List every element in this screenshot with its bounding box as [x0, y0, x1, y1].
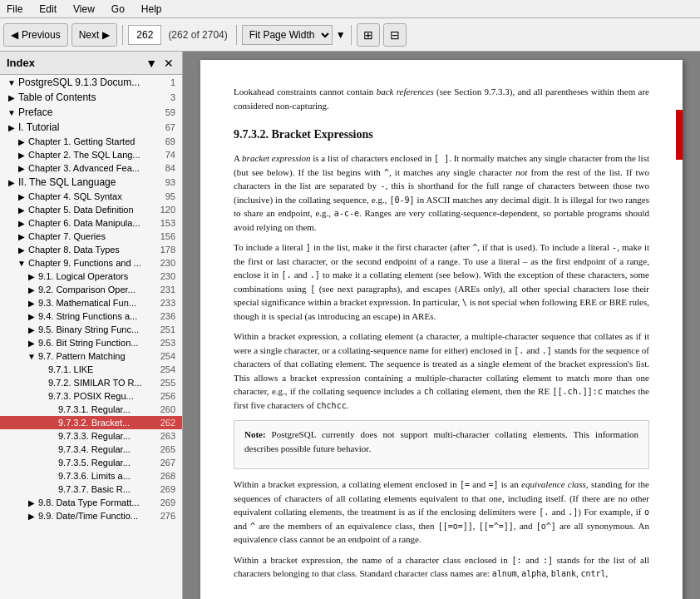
- sidebar-item[interactable]: ▶9.8. Data Type Formatt...269: [0, 496, 182, 509]
- sidebar-item-label: 9.7.2. SIMILAR TO R...: [48, 378, 155, 388]
- single-page-btn[interactable]: ⊞: [357, 23, 380, 47]
- page-info: (262 of 2704): [165, 29, 230, 41]
- sidebar-item-label: 9.3. Mathematical Fun...: [38, 298, 155, 308]
- expand-icon: ▼: [7, 108, 17, 117]
- sidebar-item-page: 254: [155, 364, 175, 374]
- sidebar-item-label: Chapter 1. Getting Started: [28, 136, 155, 146]
- sidebar-item[interactable]: ▶Chapter 5. Data Definition120: [0, 203, 182, 216]
- prev-label: Previous: [22, 29, 61, 41]
- expand-icon: ▶: [27, 285, 37, 295]
- menubar: File Edit View Go Help: [0, 0, 700, 18]
- expand-icon: ▶: [27, 312, 37, 321]
- toolbar: ◀ Previous Next ▶ (262 of 2704) Fit Page…: [0, 18, 700, 52]
- sidebar-item-page: 1: [155, 77, 175, 87]
- sidebar-item-page: 276: [155, 511, 175, 521]
- main-layout: Index ▼ ✕ ▼PostgreSQL 9.1.3 Docum...1▶Ta…: [0, 52, 700, 599]
- prev-button[interactable]: ◀ Previous: [3, 23, 68, 47]
- sidebar-item[interactable]: ▶I. Tutorial67: [0, 120, 182, 135]
- sidebar-item[interactable]: 9.7.3.1. Regular...260: [0, 403, 182, 416]
- prev-icon: ◀: [11, 29, 18, 41]
- expand-icon: ▶: [27, 299, 37, 308]
- sidebar-item[interactable]: ▶Chapter 2. The SQL Lang...74: [0, 148, 182, 161]
- sidebar-item[interactable]: ▶Table of Contents3: [0, 90, 182, 105]
- sidebar-item[interactable]: ▶9.9. Date/Time Functio...276: [0, 509, 182, 522]
- next-button[interactable]: Next ▶: [71, 23, 118, 47]
- expand-icon: ▼: [17, 259, 27, 268]
- sidebar-item[interactable]: ▶Chapter 3. Advanced Fea...84: [0, 161, 182, 175]
- sidebar-dropdown-btn[interactable]: ▼: [144, 57, 159, 70]
- sidebar-title: Index: [7, 57, 35, 69]
- sidebar-item[interactable]: ▶II. The SQL Language93: [0, 175, 182, 190]
- menu-edit[interactable]: Edit: [36, 2, 60, 17]
- sidebar-list[interactable]: ▼PostgreSQL 9.1.3 Docum...1▶Table of Con…: [0, 75, 182, 599]
- note-label: Note:: [244, 429, 266, 439]
- sidebar-item[interactable]: ▶Chapter 6. Data Manipula...153: [0, 216, 182, 230]
- sidebar-item[interactable]: ▶Chapter 4. SQL Syntax95: [0, 190, 182, 203]
- continuous-btn[interactable]: ⊟: [383, 23, 407, 47]
- sidebar-item-label: Chapter 3. Advanced Fea...: [28, 163, 155, 173]
- sidebar-item-page: 251: [155, 324, 175, 334]
- sidebar-item[interactable]: ▶Chapter 1. Getting Started69: [0, 135, 182, 148]
- sidebar-item-page: 263: [155, 431, 175, 441]
- sidebar-item-label: 9.9. Date/Time Functio...: [38, 511, 155, 521]
- sidebar-item-page: 120: [155, 205, 175, 215]
- sidebar-item-page: 269: [155, 498, 175, 507]
- sidebar-item[interactable]: ▶Chapter 8. Data Types178: [0, 243, 182, 256]
- sidebar-item-label: 9.4. String Functions a...: [38, 311, 155, 321]
- sidebar-item[interactable]: ▶9.1. Logical Operators230: [0, 270, 182, 283]
- sidebar-item[interactable]: 9.7.1. LIKE254: [0, 363, 182, 376]
- sidebar-item[interactable]: 9.7.3.5. Regular...267: [0, 456, 182, 469]
- sidebar-item[interactable]: 9.7.3.4. Regular...265: [0, 443, 182, 456]
- fit-select[interactable]: Fit Page Width: [242, 25, 333, 45]
- sidebar-item-label: Table of Contents: [18, 92, 155, 103]
- sidebar-item-page: 230: [155, 258, 175, 268]
- sidebar-item[interactable]: ▶9.5. Binary String Func...251: [0, 323, 182, 336]
- sidebar-item[interactable]: 9.7.2. SIMILAR TO R...255: [0, 376, 182, 389]
- fit-icon: ▼: [336, 29, 346, 41]
- sidebar-item[interactable]: 9.7.3.3. Regular...263: [0, 429, 182, 443]
- content-area[interactable]: Lookahead constraints cannot contain bac…: [183, 52, 700, 599]
- sidebar-item-page: 153: [155, 218, 175, 228]
- expand-icon: ▶: [17, 164, 27, 173]
- page-content: Lookahead constraints cannot contain bac…: [234, 85, 649, 581]
- sidebar-item[interactable]: ▶Chapter 7. Queries156: [0, 230, 182, 243]
- sidebar-item[interactable]: ▶9.2. Comparison Oper...231: [0, 283, 182, 296]
- sidebar-item[interactable]: ▶9.6. Bit String Function...253: [0, 336, 182, 349]
- sidebar-item[interactable]: 9.7.3.2. Bracket...262: [0, 416, 182, 429]
- page-number-input[interactable]: [128, 25, 161, 45]
- para3: Within a bracket expression, a collating…: [234, 329, 649, 412]
- expand-icon: ▶: [27, 272, 37, 281]
- section-title-text: Bracket Expressions: [272, 128, 373, 141]
- sidebar-item[interactable]: ▶9.4. String Functions a...236: [0, 309, 182, 323]
- sidebar-item[interactable]: 9.7.3.7. Basic R...269: [0, 483, 182, 496]
- sidebar-item-label: Chapter 9. Functions and ...: [28, 258, 155, 268]
- menu-help[interactable]: Help: [138, 2, 165, 17]
- sidebar-item-label: Chapter 7. Queries: [28, 231, 155, 241]
- sidebar-item-page: 267: [155, 458, 175, 468]
- sidebar-item-page: 236: [155, 311, 175, 321]
- expand-icon: ▶: [17, 151, 27, 160]
- sidebar-item-label: 9.7.3.3. Regular...: [58, 431, 155, 441]
- intro-para: Lookahead constraints cannot contain bac…: [234, 85, 649, 112]
- sidebar-close-btn[interactable]: ✕: [162, 57, 175, 70]
- sidebar-item-label: Preface: [18, 106, 155, 118]
- sidebar-item-page: 254: [155, 351, 175, 361]
- sidebar-item[interactable]: ▼9.7. Pattern Matching254: [0, 349, 182, 363]
- sidebar-item-label: Chapter 6. Data Manipula...: [28, 218, 155, 228]
- sidebar-item-label: I. Tutorial: [18, 121, 155, 133]
- note-box: Note: PostgreSQL currently does not supp…: [234, 420, 649, 469]
- expand-icon: ▶: [17, 219, 27, 228]
- sidebar-item-page: 269: [155, 484, 175, 494]
- sidebar-item[interactable]: 9.7.3. POSIX Regu...256: [0, 389, 182, 403]
- sidebar-item[interactable]: ▼Chapter 9. Functions and ...230: [0, 256, 182, 270]
- sidebar-item[interactable]: ▼PostgreSQL 9.1.3 Docum...1: [0, 75, 182, 90]
- menu-view[interactable]: View: [70, 2, 98, 17]
- sidebar-header: Index ▼ ✕: [0, 52, 182, 75]
- next-icon: ▶: [102, 29, 110, 41]
- menu-file[interactable]: File: [3, 2, 26, 17]
- sidebar-item[interactable]: ▼Preface59: [0, 105, 182, 120]
- sidebar-item[interactable]: 9.7.3.6. Limits a...268: [0, 469, 182, 483]
- menu-go[interactable]: Go: [108, 2, 128, 17]
- sidebar-item[interactable]: ▶9.3. Mathematical Fun...233: [0, 296, 182, 309]
- sidebar-item-label: 9.7.1. LIKE: [48, 364, 155, 374]
